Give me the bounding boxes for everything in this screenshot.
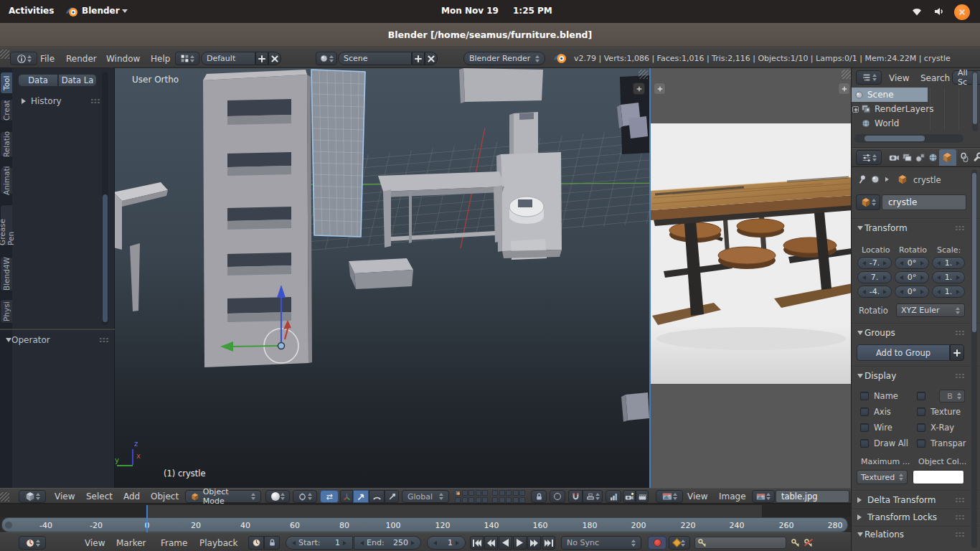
delete-scene-button[interactable] [425, 52, 438, 65]
snap-element-select[interactable] [583, 490, 603, 503]
viewport-canvas[interactable] [115, 68, 649, 488]
clock-date[interactable]: Mon Nov 19 [441, 6, 499, 16]
outliner-menu-view[interactable]: View [889, 73, 909, 83]
resize-corner[interactable] [0, 50, 9, 59]
image-canvas[interactable] [651, 123, 851, 384]
active-keying-set-field[interactable] [694, 537, 786, 549]
layer-toggle[interactable] [513, 490, 519, 496]
pivot-point-select[interactable] [293, 490, 317, 503]
shelf-tab-physics[interactable]: Physi [0, 299, 12, 324]
groups-panel-header[interactable]: Groups [857, 327, 965, 339]
add-scene-button[interactable] [412, 52, 425, 65]
layer-toggle[interactable] [462, 490, 468, 496]
panel-grip-icon[interactable] [955, 532, 965, 537]
uv-menu-image[interactable]: Image [719, 491, 746, 501]
location-y-field[interactable]: 7. [857, 271, 892, 283]
opengl-render-anim-button[interactable] [636, 490, 649, 503]
mesh-bookshelf[interactable] [203, 70, 312, 367]
panel-grip-icon[interactable] [955, 497, 965, 503]
menu-window[interactable]: Window [106, 54, 140, 64]
layer-toggle[interactable] [468, 490, 474, 496]
menu-file[interactable]: File [40, 54, 55, 64]
image-browse-button[interactable] [752, 490, 775, 503]
wifi-icon[interactable] [911, 6, 923, 17]
outliner-vscrollbar-thumb[interactable] [973, 72, 977, 124]
layer-toggle[interactable] [506, 497, 512, 503]
tab-render-layers-icon[interactable] [902, 152, 913, 163]
tab-world-icon[interactable] [928, 152, 938, 163]
render-engine-select[interactable]: Blender Render [463, 52, 545, 65]
timeline-menu-view[interactable]: View [85, 538, 105, 548]
outliner-menu-search[interactable]: Search [920, 73, 950, 83]
shelf-scrollbar-thumb[interactable] [103, 194, 108, 322]
ruler-handle-dot[interactable] [5, 522, 12, 529]
add-layout-button[interactable] [255, 52, 268, 65]
tab-constraints-icon[interactable] [959, 152, 970, 163]
outliner-hscrollbar-track[interactable] [854, 134, 963, 143]
object-color-swatch[interactable] [913, 470, 964, 484]
layer-1-active[interactable] [455, 490, 461, 496]
jump-to-start-button[interactable] [470, 536, 484, 550]
lock-to-scene-button[interactable] [531, 490, 547, 503]
mesh-box-top[interactable] [459, 68, 543, 103]
timeline-range-strip[interactable] [0, 505, 851, 517]
layer-toggle[interactable] [499, 490, 505, 496]
timeline-menu-marker[interactable]: Marker [116, 538, 146, 548]
history-panel-header[interactable]: History [22, 95, 100, 107]
layer-toggle[interactable] [482, 490, 488, 496]
properties-vscrollbar-track[interactable] [971, 169, 977, 548]
play-button[interactable] [513, 536, 527, 550]
add-group-plus-button[interactable] [950, 344, 964, 361]
editor-type-button-properties[interactable] [856, 150, 882, 165]
mesh-bench[interactable] [349, 258, 413, 289]
activities-button[interactable]: Activities [9, 6, 54, 16]
transform-orientation-select[interactable]: Global [402, 490, 449, 503]
panel-grip-icon[interactable] [955, 514, 965, 520]
checkbox-name[interactable] [860, 392, 869, 400]
shelf-tab-blend4w[interactable]: Blend4W [0, 257, 12, 291]
uv-expand-panel-left-button[interactable] [654, 83, 666, 95]
rotation-z-field[interactable]: 0° [895, 286, 929, 298]
viewport-expand-panel-button[interactable] [633, 83, 645, 95]
viewport-shading-select[interactable] [265, 490, 290, 503]
expander-plus-icon[interactable] [852, 106, 859, 113]
layer-toggle[interactable] [482, 497, 488, 503]
outliner-row-world[interactable]: World [852, 116, 980, 131]
scale-z-field[interactable]: 1. [932, 286, 965, 298]
display-panel-header[interactable]: Display [857, 370, 965, 382]
layer-toggle[interactable] [476, 497, 481, 503]
view3d-menu-object[interactable]: Object [151, 491, 179, 501]
rotation-mode-select[interactable]: XYZ Euler [896, 303, 965, 317]
manipulator-translate-button[interactable] [353, 490, 369, 503]
layer-toggle[interactable] [462, 497, 468, 503]
editor-type-button-view3d[interactable] [19, 490, 46, 503]
menu-render[interactable]: Render [66, 54, 97, 64]
screen-layout-name-field[interactable]: Default [201, 52, 255, 65]
layer-toggle[interactable] [476, 490, 481, 496]
shelf-data-la-tab[interactable]: Data La [58, 74, 97, 87]
current-frame-field[interactable]: 1 [427, 536, 466, 550]
panel-grip-icon[interactable] [99, 337, 109, 343]
delete-layout-button[interactable] [268, 52, 281, 65]
object-id-browse-button[interactable] [856, 194, 880, 210]
object-name-field[interactable]: crystle [882, 194, 966, 210]
keying-set-select[interactable] [669, 536, 690, 550]
play-reverse-button[interactable] [499, 536, 512, 550]
editor-type-button-outliner[interactable] [856, 70, 882, 85]
layers-widget-group1[interactable] [455, 490, 489, 503]
resize-corner[interactable] [842, 70, 851, 79]
use-preview-range-button[interactable] [248, 536, 264, 550]
app-menu-button[interactable]: Blender [82, 6, 120, 16]
proportional-edit-button[interactable] [550, 490, 565, 503]
frame-end-field[interactable]: End: 250 [354, 536, 421, 550]
jump-to-end-button[interactable] [542, 536, 555, 550]
b-stepper-field[interactable]: B [939, 390, 965, 402]
panel-grip-icon[interactable] [955, 330, 965, 336]
rotation-y-field[interactable]: 0° [895, 271, 929, 283]
checkbox-texture[interactable] [917, 408, 925, 416]
panel-grip-icon[interactable] [955, 373, 965, 379]
outliner-vscrollbar-track[interactable] [972, 71, 978, 131]
outliner-hscrollbar-thumb[interactable] [864, 136, 925, 141]
panel-grip-icon[interactable] [90, 98, 100, 104]
layer-toggle[interactable] [455, 497, 461, 503]
